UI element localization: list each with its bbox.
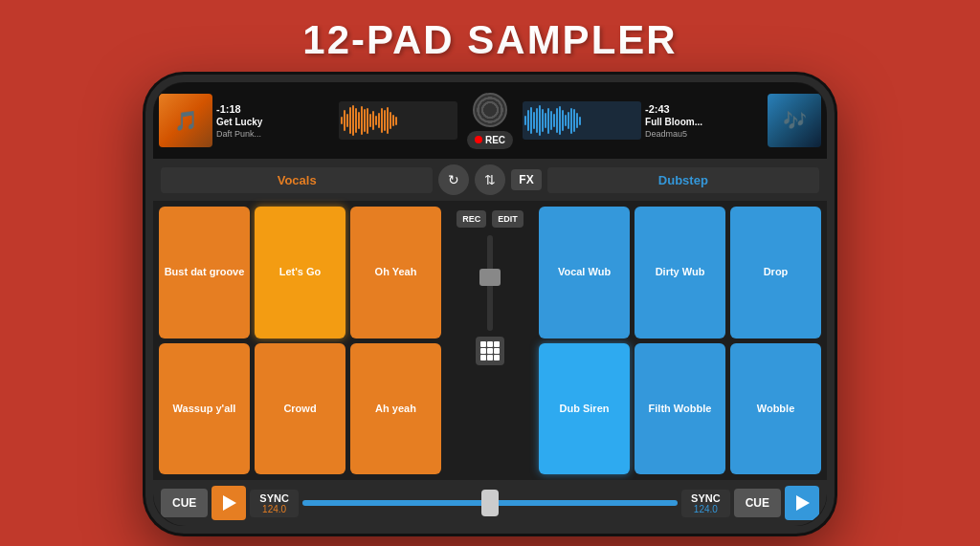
center-mixer: REC EDIT <box>447 207 533 474</box>
waveform-bar-r <box>533 112 535 129</box>
pad-vocal-wub[interactable]: Vocal Wub <box>539 207 630 339</box>
vertical-fader-handle[interactable] <box>479 269 501 286</box>
waveform-bar-r <box>527 110 529 131</box>
waveform-bar-r <box>568 112 569 129</box>
transport-bar: CUE SYNC 124.0 SYNC 124.0 CUE <box>153 480 827 526</box>
deck-label-right[interactable]: Dubstep <box>547 167 819 193</box>
waveform-bar <box>384 110 386 131</box>
pad-oh-yeah[interactable]: Oh Yeah <box>350 207 441 339</box>
grid-button[interactable] <box>476 337 504 365</box>
pad-wobble[interactable]: Wobble <box>730 343 821 475</box>
eq-button[interactable]: ⇅ <box>475 164 505 195</box>
pad-ah-yeah[interactable]: Ah yeah <box>350 343 441 475</box>
grid-dot <box>487 341 493 347</box>
rec-dot <box>475 136 482 143</box>
vertical-fader-track[interactable] <box>487 235 493 331</box>
waveform-bar <box>358 112 360 129</box>
pads-right: Vocal Wub Dirty Wub Drop Dub Siren Filth… <box>539 207 821 474</box>
waveform-bar-r <box>576 113 578 128</box>
rec-pad-button[interactable]: REC <box>457 210 486 228</box>
deck-right: -2:43 Full Bloom... Deadmau5 <box>523 86 821 155</box>
waveform-bar <box>372 111 374 130</box>
deck-time-left: -1:18 <box>216 103 335 115</box>
cue-button-right[interactable]: CUE <box>734 489 781 517</box>
waveform-bar <box>381 108 383 132</box>
play-triangle-right <box>796 495 810 511</box>
sync-group-right[interactable]: SYNC 124.0 <box>681 490 730 517</box>
app-screen: -1:18 Get Lucky Daft Punk... <box>153 82 827 526</box>
waveform-bar-r <box>542 109 544 131</box>
waveform-bar-r <box>536 108 538 132</box>
deck-left: -1:18 Get Lucky Daft Punk... <box>159 86 457 155</box>
play-button-right[interactable] <box>785 486 819 520</box>
waveform-left <box>339 101 457 140</box>
waveform-bar <box>355 108 357 132</box>
waveform-bar-r <box>562 110 564 131</box>
center-deck: REC <box>461 93 519 149</box>
crossfader-handle[interactable] <box>481 490 499 516</box>
waveform-bar <box>361 106 363 136</box>
waveform-bar <box>349 107 351 135</box>
rec-button-top[interactable]: REC <box>467 131 513 149</box>
cue-button-left[interactable]: CUE <box>161 489 208 517</box>
pads-left: Bust dat groove Let's Go Oh Yeah Wassup … <box>159 207 441 474</box>
grid-icon <box>480 341 500 360</box>
album-art-right <box>768 94 821 147</box>
pad-bust-dat-groove[interactable]: Bust dat groove <box>159 207 250 339</box>
pad-lets-go[interactable]: Let's Go <box>255 207 345 339</box>
sampler-area: Bust dat groove Let's Go Oh Yeah Wassup … <box>153 201 827 480</box>
waveform-bar-r <box>579 117 581 125</box>
waveform-bar <box>378 113 380 128</box>
waveform-bar <box>344 110 345 131</box>
grid-dot <box>494 355 500 360</box>
waveform-bar <box>392 115 394 127</box>
fx-button[interactable]: FX <box>511 169 541 190</box>
rec-text: REC <box>485 135 505 145</box>
waveform-bar-r <box>545 113 546 128</box>
crossfader-track[interactable] <box>302 500 678 506</box>
phone-frame: -1:18 Get Lucky Daft Punk... <box>145 75 835 534</box>
vertical-fader-container <box>487 235 493 331</box>
waveform-bar <box>387 107 389 135</box>
waveform-bar-r <box>539 105 541 136</box>
waveform-bar <box>395 117 397 125</box>
deck-area: -1:18 Get Lucky Daft Punk... <box>153 82 827 159</box>
waveform-bar <box>369 114 371 127</box>
deck-track-left: Get Lucky <box>216 117 335 127</box>
rec-edit-group: REC EDIT <box>457 210 523 228</box>
deck-label-left[interactable]: Vocals <box>161 167 433 193</box>
waveform-bar-r <box>553 114 555 127</box>
pad-drop[interactable]: Drop <box>730 207 821 339</box>
grid-dot <box>480 355 486 360</box>
loop-button[interactable]: ↻ <box>438 164 469 195</box>
waveform-bar-r <box>524 116 526 126</box>
waveform-bar <box>364 109 366 131</box>
deck-artist-right: Deadmau5 <box>645 129 764 139</box>
vinyl-icon[interactable] <box>473 93 507 127</box>
deck-info-left: -1:18 Get Lucky Daft Punk... <box>216 103 335 139</box>
edit-pad-button[interactable]: EDIT <box>492 210 523 228</box>
waveform-bar-r <box>573 109 575 131</box>
pad-crowd[interactable]: Crowd <box>255 343 345 475</box>
deck-artist-left: Daft Punk... <box>216 129 335 139</box>
play-button-left[interactable] <box>212 486 246 520</box>
waveform-bar <box>375 116 377 126</box>
sync-bpm-left: 124.0 <box>262 504 286 514</box>
grid-dot <box>480 341 486 347</box>
waveform-bar <box>367 108 368 134</box>
grid-dot <box>487 348 493 354</box>
crossfader-container <box>302 500 678 506</box>
waveform-right <box>523 101 641 140</box>
sync-group-left[interactable]: SYNC 124.0 <box>250 490 299 517</box>
sync-bpm-right: 124.0 <box>694 504 718 514</box>
page-title: 12-PAD SAMPLER <box>302 17 677 63</box>
deck-track-right: Full Bloom... <box>645 117 764 127</box>
grid-dot <box>487 355 493 360</box>
waveform-bar-r <box>550 111 552 130</box>
grid-dot <box>494 341 500 347</box>
pad-dub-siren[interactable]: Dub Siren <box>539 343 630 475</box>
pad-wassup-yall[interactable]: Wassup y'all <box>159 343 250 475</box>
pad-filth-wobble[interactable]: Filth Wobble <box>635 343 725 475</box>
pad-dirty-wub[interactable]: Dirty Wub <box>635 207 725 339</box>
waveform-bar <box>346 114 348 127</box>
